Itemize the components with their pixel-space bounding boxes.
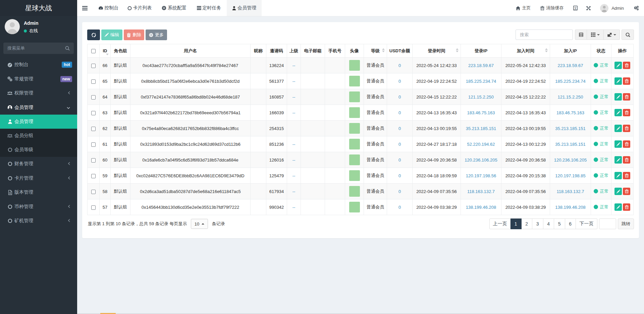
- svg-text:文: 文: [574, 7, 577, 10]
